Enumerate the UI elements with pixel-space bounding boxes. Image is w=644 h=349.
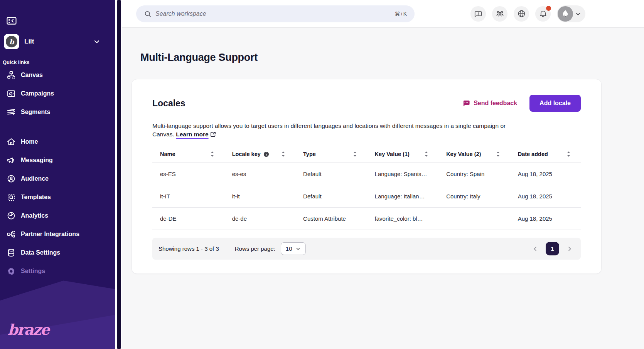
panel-header: Locales Send feedback Add locale [152,95,581,112]
sidebar-item-label: Templates [21,194,51,201]
footer-divider [227,244,227,253]
column-header-name[interactable]: Name [152,146,224,163]
topbar-icon-cluster [470,5,585,22]
main-area: ⌘+K [122,0,644,349]
page-content: Multi-Language Support Locales Se [122,28,644,349]
sidebar-item-label: Home [21,138,38,145]
column-label: Date added [518,151,548,157]
sort-icon[interactable] [353,151,357,157]
column-label: Key Value (2) [446,151,481,157]
cell-locale-key: it-it [224,185,295,208]
next-page-button[interactable] [565,244,575,254]
page-number-button[interactable]: 1 [546,242,559,255]
send-feedback-label: Send feedback [474,100,517,107]
sidebar-item-analytics[interactable]: Analytics [0,206,115,225]
wave-shape [0,278,115,349]
sidebar-item-label: Data Settings [21,249,60,256]
notification-badge [546,6,551,11]
sort-icon[interactable] [281,151,285,157]
segments-icon [6,107,16,117]
app-root: b Lilt Quick links Canvas [0,0,644,349]
sidebar-item-campaigns[interactable]: Campaigns [0,84,115,103]
sidebar-footer-art: braze [0,278,115,349]
page-title: Multi-Language Support [140,52,602,64]
chevron-down-icon[interactable] [93,38,101,45]
sidebar-item-templates[interactable]: Templates [0,188,115,206]
braze-b-icon: b [6,36,17,47]
sort-icon[interactable] [210,151,214,157]
info-icon[interactable] [263,151,269,157]
sidebar-collapse-icon[interactable] [6,15,17,26]
external-link-icon [210,131,216,137]
sidebar-item-home[interactable]: Home [0,133,115,151]
search-input[interactable] [155,10,394,17]
partner-integrations-icon [6,229,16,239]
sidebar-resize-handle[interactable] [117,0,121,349]
sidebar: b Lilt Quick links Canvas [0,0,115,349]
notifications-bell-icon[interactable] [535,6,551,22]
sidebar-item-label: Segments [21,109,50,116]
search-icon [144,10,152,18]
column-header-type[interactable]: Type [295,146,367,163]
column-label: Locale key [232,151,261,157]
cell-date-added: Aug 18, 2025 [510,208,581,230]
cell-key-value-1: Language: Italian… [367,185,439,208]
sort-icon[interactable] [424,151,428,157]
column-header-date-added[interactable]: Date added [510,146,581,163]
user-avatar [558,6,573,22]
rows-per-page-select[interactable]: 10 [281,242,306,255]
column-label: Name [160,151,175,157]
search-shortcut: ⌘+K [394,11,407,17]
column-header-key-value-2[interactable]: Key Value (2) [438,146,510,163]
sidebar-resize-gutter [115,0,122,349]
workspace-search[interactable]: ⌘+K [136,5,415,22]
workspace-switcher[interactable]: b Lilt [4,34,110,49]
canvas-icon [6,70,16,80]
cell-locale-key: de-de [224,208,295,230]
sidebar-item-label: Canvas [21,72,43,79]
learn-more-label: Learn more [176,131,208,138]
feedback-bubble-icon[interactable] [470,6,486,22]
database-icon [6,248,16,258]
person-circle-icon [6,174,16,184]
sidebar-item-audience[interactable]: Audience [0,169,115,188]
people-icon[interactable] [492,6,507,22]
learn-more-link[interactable]: Learn more [176,131,216,138]
sidebar-item-label: Campaigns [21,90,54,97]
table-footer: Showing rows 1 - 3 of 3 Rows per page: 1… [152,238,581,260]
topbar: ⌘+K [122,0,644,28]
add-locale-button[interactable]: Add locale [529,95,581,112]
sidebar-item-settings[interactable]: Settings [0,262,115,280]
locales-table: Name Locale key Type Key Value (1) Key V… [152,146,581,230]
home-icon [6,137,16,147]
sort-icon[interactable] [496,151,500,157]
column-header-key-value-1[interactable]: Key Value (1) [367,146,439,163]
cell-type: Default [295,163,367,185]
column-header-locale-key[interactable]: Locale key [224,146,295,163]
sidebar-item-canvas[interactable]: Canvas [0,66,115,84]
templates-icon [6,192,16,202]
globe-icon[interactable] [514,6,529,22]
column-label: Type [303,151,316,157]
chat-dots-icon [462,99,470,107]
sort-icon[interactable] [566,151,571,157]
sidebar-item-label: Settings [21,268,45,275]
sidebar-item-messaging[interactable]: Messaging [0,151,115,169]
sidebar-item-data-settings[interactable]: Data Settings [0,243,115,262]
table-header-row: Name Locale key Type Key Value (1) Key V… [152,146,581,163]
cell-key-value-2: Country: Italy [438,185,510,208]
pie-chart-icon [6,211,16,221]
sidebar-item-label: Messaging [21,157,53,164]
cell-date-added: Aug 18, 2025 [510,163,581,185]
cell-name: es-ES [152,163,224,185]
panel-description: Multi-language support allows you to tar… [152,122,511,139]
sidebar-divider [0,127,105,127]
quick-links-label: Quick links [3,59,115,65]
cell-type: Custom Attribute [295,208,367,230]
send-feedback-button[interactable]: Send feedback [462,99,517,107]
sidebar-item-partner-integrations[interactable]: Partner Integrations [0,225,115,243]
cell-key-value-2 [438,208,510,230]
previous-page-button[interactable] [530,244,540,254]
user-menu[interactable] [557,5,585,22]
sidebar-item-segments[interactable]: Segments [0,103,115,121]
